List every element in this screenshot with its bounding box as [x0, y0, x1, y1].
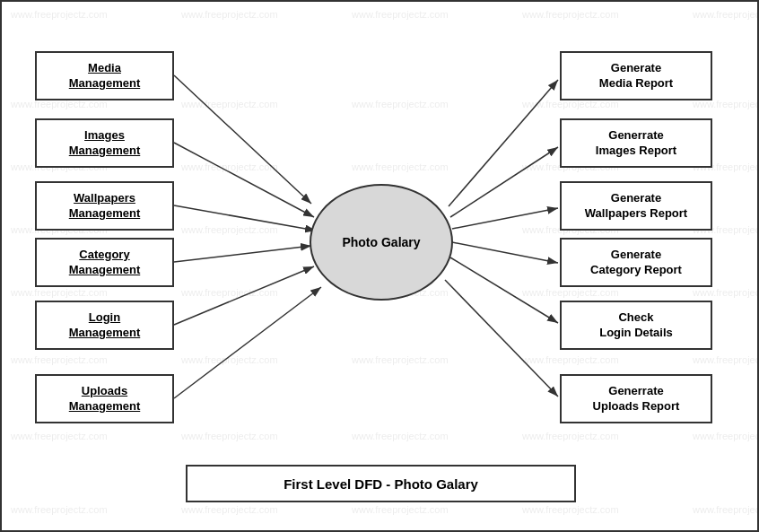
category-management-box: Category Management	[35, 238, 174, 287]
generate-wallpapers-report-box: Generate Wallpapers Report	[560, 181, 712, 231]
svg-line-5	[174, 266, 314, 325]
check-login-details-box: Check Login Details	[560, 301, 712, 350]
images-management-box: Images Management	[35, 118, 174, 168]
svg-line-3	[174, 205, 316, 231]
uploads-management-box: Uploads Management	[35, 374, 174, 423]
svg-line-6	[174, 287, 321, 398]
svg-line-2	[174, 143, 314, 217]
media-management-box: Media Management	[35, 51, 174, 100]
generate-uploads-report-box: Generrate Uploads Report	[560, 374, 712, 423]
svg-line-12	[445, 280, 558, 397]
generate-images-report-box: Generrate Images Report	[560, 118, 712, 168]
main-diagram: www.freeprojectz.com www.freeprojectz.co…	[0, 0, 759, 532]
login-management-box: Login Management	[35, 301, 174, 350]
svg-line-7	[449, 80, 558, 206]
svg-line-4	[174, 246, 311, 262]
svg-line-9	[452, 208, 558, 229]
bottom-label: First Level DFD - Photo Galary	[186, 465, 576, 502]
svg-line-11	[450, 257, 558, 323]
svg-line-1	[174, 75, 311, 204]
wallpapers-management-box: Wallpapers Management	[35, 181, 174, 231]
generate-category-report-box: Generate Category Report	[560, 238, 712, 287]
svg-line-10	[452, 242, 558, 263]
center-circle: Photo Galary	[310, 184, 453, 301]
svg-line-8	[450, 147, 558, 217]
generate-media-report-box: Generate Media Report	[560, 51, 712, 100]
